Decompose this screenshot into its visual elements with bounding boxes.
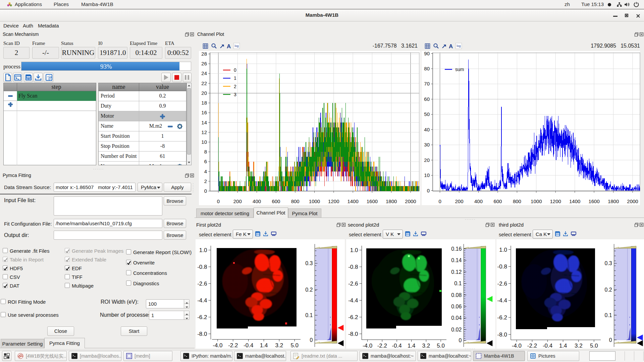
- svg-text:-6.2: -6.2: [197, 314, 207, 320]
- svg-text:0.2: 0.2: [305, 287, 313, 293]
- svg-text:0.1: 0.1: [305, 312, 313, 318]
- svg-text:5.0: 5.0: [437, 343, 445, 349]
- svg-text:5.0: 5.0: [590, 343, 598, 349]
- svg-text:0: 0: [310, 337, 313, 343]
- svg-text:-4.4: -4.4: [497, 297, 507, 304]
- svg-text:0.2: 0.2: [604, 287, 612, 293]
- svg-text:-8.0: -8.0: [348, 331, 358, 337]
- svg-text:3.2: 3.2: [275, 342, 283, 349]
- svg-text:0.3: 0.3: [305, 260, 313, 266]
- svg-text:-0.8: -0.8: [497, 263, 507, 270]
- svg-text:0.1: 0.1: [454, 281, 462, 286]
- svg-text:-4.4: -4.4: [197, 297, 207, 304]
- svg-text:0.06: 0.06: [451, 304, 462, 309]
- svg-text:1.0: 1.0: [199, 247, 207, 253]
- svg-text:0: 0: [609, 337, 612, 343]
- svg-text:0.12: 0.12: [451, 269, 462, 275]
- svg-text:0.14: 0.14: [451, 257, 462, 263]
- svg-text:0.1: 0.1: [604, 312, 612, 318]
- svg-text:0.08: 0.08: [451, 292, 462, 298]
- svg-text:-4.0: -4.0: [363, 343, 372, 349]
- svg-text:-2.2: -2.2: [377, 343, 387, 349]
- svg-text:-4.0: -4.0: [512, 343, 522, 349]
- svg-text:-2.2: -2.2: [228, 342, 238, 349]
- svg-text:1.4: 1.4: [559, 343, 567, 349]
- svg-text:-0.4: -0.4: [244, 342, 253, 349]
- svg-text:-8.0: -8.0: [197, 331, 207, 337]
- svg-text:-2.6: -2.6: [348, 281, 358, 287]
- svg-text:3.2: 3.2: [422, 343, 430, 349]
- svg-text:0.02: 0.02: [451, 327, 462, 333]
- svg-text:-0.8: -0.8: [197, 264, 207, 270]
- svg-text:0.04: 0.04: [451, 315, 462, 321]
- svg-text:-2.6: -2.6: [497, 281, 507, 287]
- svg-text:0.16: 0.16: [451, 246, 462, 252]
- svg-text:1.4: 1.4: [260, 342, 268, 349]
- svg-text:-0.8: -0.8: [348, 264, 358, 270]
- svg-text:3.2: 3.2: [575, 343, 583, 349]
- svg-text:-4.4: -4.4: [348, 297, 358, 304]
- svg-text:-0.4: -0.4: [543, 343, 552, 349]
- svg-text:5.0: 5.0: [290, 342, 299, 349]
- svg-text:1.4: 1.4: [408, 343, 416, 349]
- svg-text:-4.0: -4.0: [213, 342, 222, 349]
- svg-text:-6.2: -6.2: [348, 314, 358, 320]
- svg-text:1.0: 1.0: [350, 247, 358, 253]
- svg-text:-6.2: -6.2: [497, 314, 507, 321]
- svg-text:0.3: 0.3: [604, 260, 612, 266]
- svg-text:0: 0: [459, 338, 462, 343]
- svg-text:-2.6: -2.6: [197, 281, 207, 287]
- svg-text:-2.2: -2.2: [527, 343, 537, 349]
- svg-text:-8.0: -8.0: [497, 331, 507, 338]
- svg-text:-0.4: -0.4: [392, 343, 401, 349]
- svg-text:1.0: 1.0: [499, 247, 507, 253]
